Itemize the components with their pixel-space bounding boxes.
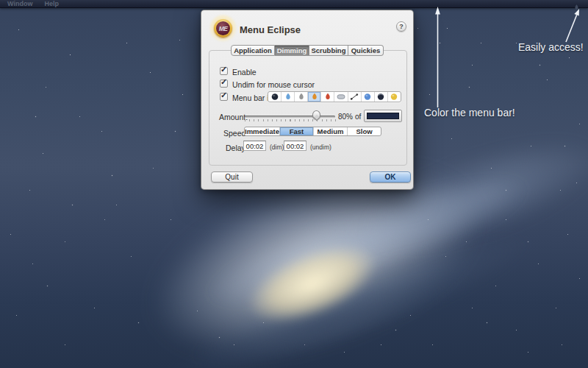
flame-orange-icon[interactable] bbox=[307, 92, 320, 102]
menu-eclipse-app-icon: ME bbox=[211, 16, 235, 40]
menu-item-window[interactable]: Window bbox=[0, 0, 38, 8]
dim-color-swatch bbox=[367, 113, 399, 119]
checkmark-icon: ✓ bbox=[220, 77, 227, 87]
amount-label: Amount: bbox=[219, 113, 248, 121]
tab-quickies[interactable]: Quickies bbox=[348, 45, 384, 56]
menu-bar: Window Help bbox=[0, 0, 588, 8]
enable-checkbox[interactable]: ✓ bbox=[220, 67, 228, 75]
checkmark-icon: ✓ bbox=[220, 91, 227, 100]
speed-segmented-control: Immediate Fast Medium Slow bbox=[244, 127, 381, 136]
tab-application[interactable]: Application bbox=[231, 45, 275, 56]
flame-red-icon[interactable] bbox=[320, 92, 334, 102]
enable-label: Enable bbox=[232, 68, 257, 77]
help-button[interactable]: ? bbox=[396, 21, 406, 32]
menubar-pill-icon[interactable] bbox=[334, 92, 347, 102]
amount-of-label: of bbox=[355, 113, 361, 121]
speed-option-medium[interactable]: Medium bbox=[313, 127, 347, 135]
menu-bar-icon-checkbox[interactable]: ✓ bbox=[220, 93, 228, 101]
amount-slider-track[interactable] bbox=[245, 116, 335, 118]
menu-item-help[interactable]: Help bbox=[38, 0, 65, 8]
circle-yellow-icon[interactable] bbox=[387, 92, 401, 102]
menu-eclipse-window: ME Menu Eclipse ? Application Dimming Sc… bbox=[201, 10, 414, 190]
flame-gray-icon[interactable] bbox=[294, 92, 307, 102]
tab-dimming[interactable]: Dimming bbox=[275, 45, 309, 56]
menu-bar-icon-picker bbox=[268, 91, 401, 102]
tab-bar: Application Dimming Scrubbing Quickies bbox=[201, 45, 413, 56]
circle-blue-icon[interactable] bbox=[361, 92, 374, 102]
eclipse-sphere-icon[interactable] bbox=[268, 92, 281, 102]
amount-value: 80% bbox=[338, 113, 353, 121]
window-title: Menu Eclipse bbox=[240, 24, 301, 35]
ok-button[interactable]: OK bbox=[370, 171, 411, 183]
icon-logo-text: ME bbox=[216, 25, 230, 32]
amount-slider-ticks bbox=[245, 119, 336, 121]
scrub-line-icon[interactable] bbox=[348, 92, 361, 102]
delay-undim-caption: (undim) bbox=[310, 144, 331, 151]
delay-undim-field[interactable] bbox=[284, 141, 306, 151]
flame-blue-icon[interactable] bbox=[281, 92, 294, 102]
delay-dim-field[interactable] bbox=[243, 141, 266, 151]
checkmark-icon: ✓ bbox=[220, 65, 227, 74]
undim-checkbox[interactable]: ✓ bbox=[220, 79, 228, 88]
menubar-eclipse-tray-icon[interactable] bbox=[573, 1, 580, 7]
speed-option-immediate[interactable]: Immediate bbox=[245, 127, 279, 135]
screen: Window Help Color the menu bar! Easily a… bbox=[0, 0, 588, 368]
speed-option-fast[interactable]: Fast bbox=[279, 127, 313, 135]
dim-color-well[interactable] bbox=[364, 110, 402, 122]
circle-eclipse-icon[interactable] bbox=[374, 92, 387, 102]
annotation-easily-access: Easily access! bbox=[518, 41, 584, 53]
amount-slider-thumb[interactable] bbox=[312, 110, 320, 119]
undim-label: Undim for mouse cursor bbox=[232, 80, 315, 89]
speed-option-slow[interactable]: Slow bbox=[347, 127, 381, 135]
delay-dim-caption: (dim) bbox=[270, 144, 284, 151]
quit-button[interactable]: Quit bbox=[211, 171, 253, 183]
tab-scrubbing[interactable]: Scrubbing bbox=[309, 45, 348, 56]
annotation-color-menu-bar: Color the menu bar! bbox=[424, 107, 515, 118]
